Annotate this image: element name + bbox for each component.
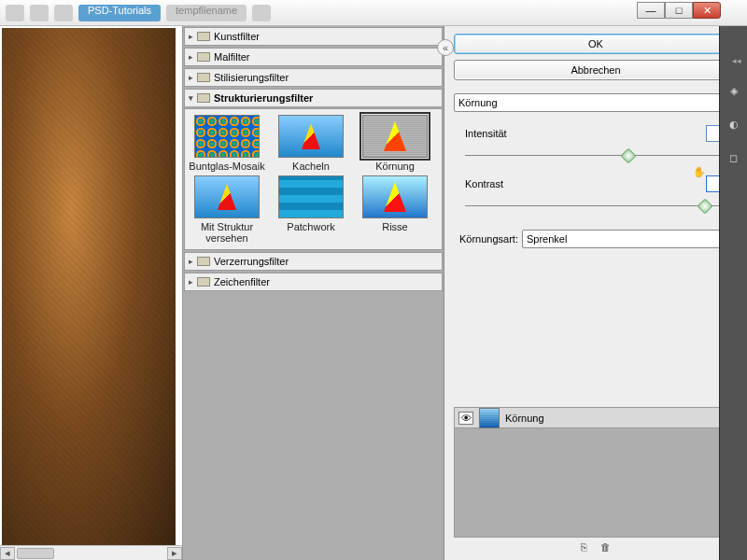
maximize-button[interactable]: □ — [665, 2, 693, 19]
folder-icon — [197, 93, 210, 103]
select-value: Sprenkel — [527, 233, 567, 245]
gallery-empty-area — [183, 292, 444, 560]
slider-thumb[interactable] — [697, 199, 712, 215]
folder-icon — [197, 73, 210, 82]
chevron-right-icon: ▸ — [189, 257, 193, 266]
thumb-image — [194, 115, 260, 158]
controls-pane: « OK Abbrechen Körnung▼ Intensität Kontr… — [444, 26, 747, 560]
category-verzerrungsfilter[interactable]: ▸Verzerrungsfilter — [184, 252, 443, 271]
scroll-thumb[interactable] — [17, 548, 54, 559]
tab[interactable] — [252, 5, 271, 21]
filter-gallery: ▸Kunstfilter ▸Malfilter ▸Stilisierungsfi… — [183, 26, 444, 560]
trash-icon[interactable]: 🗑 — [600, 541, 611, 553]
eye-icon: 👁 — [461, 413, 472, 424]
tab-active[interactable]: PSD-Tutorials — [78, 5, 161, 21]
thumb-label: Patchwork — [273, 221, 349, 232]
folder-icon — [197, 32, 210, 41]
tab[interactable] — [54, 5, 73, 21]
visibility-toggle[interactable]: 👁 — [458, 412, 473, 425]
minimize-button[interactable]: — — [637, 2, 665, 19]
category-malfilter[interactable]: ▸Malfilter — [184, 48, 443, 66]
cursor-icon: ✋ — [693, 166, 706, 178]
scroll-right-icon[interactable]: ▸ — [167, 547, 182, 560]
ok-button[interactable]: OK — [454, 34, 738, 54]
intensity-label: Intensität — [465, 128, 507, 139]
chevron-right-icon: ▸ — [189, 73, 193, 82]
category-strukturierungsfilter[interactable]: ▾Strukturierungsfilter — [184, 89, 443, 107]
filter-thumb-kacheln[interactable]: Kacheln — [273, 115, 349, 172]
tab[interactable]: tempfilename — [166, 5, 247, 21]
preview-image[interactable] — [2, 28, 176, 547]
effect-layer-row[interactable]: 👁 Körnung — [455, 408, 737, 428]
button-label: Abbrechen — [571, 64, 620, 76]
adjustments-icon[interactable]: ◐ — [726, 116, 742, 133]
effect-layers-panel: 👁 Körnung — [454, 407, 738, 538]
folder-icon — [197, 277, 210, 287]
tab[interactable] — [6, 5, 24, 21]
category-label: Stilisierungsfilter — [214, 72, 289, 83]
filter-thumb-patchwork[interactable]: Patchwork — [273, 175, 349, 244]
folder-icon — [197, 52, 210, 62]
preview-pane: ◂ ▸ — [0, 26, 183, 560]
thumb-label: Buntglas-Mosaik — [189, 161, 265, 172]
scroll-left-icon[interactable]: ◂ — [0, 547, 15, 560]
category-zeichenfilter[interactable]: ▸Zeichenfilter — [184, 273, 443, 291]
thumb-label: Risse — [357, 221, 433, 232]
filter-thumb-struktur[interactable]: Mit Struktur versehen — [189, 175, 265, 244]
close-button[interactable]: ✕ — [693, 2, 721, 19]
grain-type-label: Körnungsart: — [459, 233, 518, 245]
slider-thumb[interactable] — [621, 148, 637, 164]
layer-thumb — [479, 408, 500, 428]
chevron-right-icon: ▸ — [189, 52, 193, 62]
thumb-label: Körnung — [357, 161, 433, 172]
filter-thumb-buntglas[interactable]: Buntglas-Mosaik — [189, 115, 265, 172]
thumb-image — [278, 175, 344, 218]
preview-scrollbar[interactable]: ◂ ▸ — [0, 545, 182, 560]
button-label: OK — [588, 38, 603, 49]
crop-icon[interactable]: ◻ — [726, 149, 742, 166]
tab[interactable] — [30, 5, 49, 21]
layer-name: Körnung — [505, 413, 544, 424]
grain-type-select[interactable]: Sprenkel▼ — [522, 230, 738, 248]
category-stilisierungsfilter[interactable]: ▸Stilisierungsfilter — [184, 68, 443, 87]
category-label: Zeichenfilter — [214, 276, 270, 287]
chevron-right-icon: ▸ — [189, 32, 193, 41]
intensity-slider[interactable] — [465, 149, 738, 162]
cancel-button[interactable]: Abbrechen — [454, 60, 738, 80]
thumb-label: Kacheln — [273, 161, 349, 172]
category-kunstfilter[interactable]: ▸Kunstfilter — [184, 27, 443, 46]
new-effect-icon[interactable]: ⎘ — [581, 541, 587, 553]
category-label: Strukturierungsfilter — [214, 92, 313, 104]
category-label: Kunstfilter — [214, 31, 260, 42]
thumb-image — [194, 175, 260, 218]
title-bar: PSD-Tutorials tempfilename — □ ✕ — [0, 0, 747, 26]
thumb-image — [278, 115, 344, 158]
category-label: Malfilter — [214, 51, 250, 63]
select-value: Körnung — [458, 97, 498, 108]
filter-thumb-koernung[interactable]: Körnung — [357, 115, 433, 172]
folder-icon — [197, 257, 210, 266]
collapse-icon: « — [443, 42, 448, 53]
thumb-image — [362, 115, 428, 158]
collapse-button[interactable]: « — [437, 39, 454, 56]
thumbnail-grid: Buntglas-Mosaik Kacheln Körnung Mit Stru… — [184, 108, 443, 250]
contrast-slider[interactable] — [465, 200, 738, 213]
chevron-down-icon: ▾ — [189, 93, 193, 103]
chevron-right-icon: ▸ — [189, 277, 193, 287]
filter-select[interactable]: Körnung▼ — [454, 93, 738, 112]
thumb-label: Mit Struktur versehen — [189, 221, 265, 244]
filter-thumb-risse[interactable]: Risse — [357, 175, 433, 244]
contrast-label: Kontrast — [465, 178, 503, 189]
thumb-image — [362, 175, 428, 218]
right-dock: ◂◂ ◈ ◐ ◻ — [719, 26, 747, 560]
layers-icon[interactable]: ◈ — [726, 82, 742, 99]
category-label: Verzerrungsfilter — [214, 256, 289, 267]
dock-grip-icon[interactable]: ◂◂ — [732, 56, 741, 65]
